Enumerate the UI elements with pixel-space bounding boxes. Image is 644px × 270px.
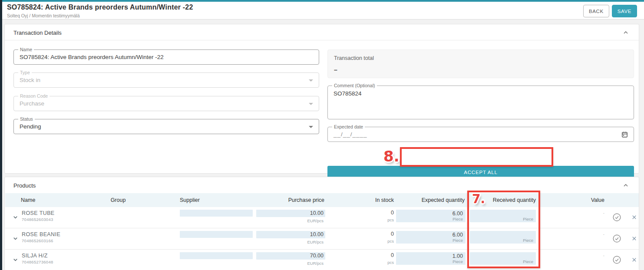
reason-code-label: Reason Code [18,93,50,99]
expected-quantity-unit: Piece [452,259,463,264]
name-field-label: Name [18,47,34,52]
page-subtitle: Solteq Oyj / Momentin testimyymälä [7,13,79,18]
name-field-value: SO785824: Active Brands preorders Autumn… [20,54,164,60]
expand-row-icon[interactable] [12,257,19,263]
remove-row-icon[interactable] [631,214,637,221]
column-header-group: Group [88,197,149,203]
in-stock-value: 0 [350,210,394,216]
annotation-box-accept-all [400,147,553,167]
products-card: Products Name Group Supplier Purchase pr… [4,177,639,270]
chevron-down-icon [309,126,313,128]
remove-row-icon[interactable] [631,235,637,242]
purchase-price-input[interactable]: 10.00 [256,231,325,238]
page: SO785824: Active Brands preorders Autumn… [0,0,644,270]
purchase-price-value: 70.00 [310,253,324,259]
product-code: 7048652736048 [22,260,53,264]
in-stock-unit: pcs [350,260,394,265]
expected-quantity-value: 1.00 [452,253,463,259]
purchase-price-value: 10.00 [310,231,324,237]
chevron-down-icon [309,79,313,82]
save-button[interactable]: SAVE [612,5,637,17]
column-header-expected-quantity: Expected quantity [409,197,465,203]
accept-row-icon[interactable] [612,234,621,243]
chevron-up-icon[interactable] [622,182,629,189]
purchase-price-value: 10.00 [310,210,324,216]
type-select: Type Stock in [13,72,319,88]
header-actions: BACK SAVE [583,5,637,17]
purchase-price-unit: EUR/pcs [256,240,325,244]
in-stock-unit: pcs [350,239,394,244]
expand-row-icon[interactable] [12,235,19,242]
app-header: SO785824: Active Brands preorders Autumn… [2,2,644,20]
reason-code-select: Reason Code Purchase [13,96,319,111]
expected-quantity-value: 6.00 [452,211,463,217]
expected-quantity-value: 6.00 [452,232,463,238]
accept-row-icon[interactable] [612,255,621,264]
calendar-icon[interactable] [621,131,628,138]
table-row: ROSE TUBE 7048652603043 10.00 EUR/pcs 0 … [5,207,639,228]
products-header: Products [5,177,639,193]
in-stock-value: 0 [350,231,394,237]
page-title: SO785824: Active Brands preorders Autumn… [7,3,193,11]
comment-field-label: Comment (Optional) [332,83,377,88]
back-button[interactable]: BACK [583,5,609,17]
row-value: - [583,253,604,258]
accept-row-icon[interactable] [612,213,621,222]
table-row: ROSE BEANIE 7048652603166 10.00 EUR/pcs … [5,228,639,250]
name-field[interactable]: Name SO785824: Active Brands preorders A… [13,49,319,65]
product-name: SILJA H/Z [22,253,48,259]
status-select-value: Pending [20,123,41,130]
purchase-price-input[interactable]: 70.00 [256,252,325,260]
expected-quantity-input[interactable]: 1.00 Piece [396,252,466,265]
purchase-price-unit: EUR/pcs [256,218,325,223]
table-row: SILJA H/Z 7048652736048 70.00 EUR/pcs 0 … [5,250,639,270]
expected-quantity-input[interactable]: 6.00 Piece [396,210,466,222]
supplier-field[interactable] [180,252,253,259]
transaction-total-label: Transaction total [334,55,374,61]
product-code: 7048652603166 [22,238,53,243]
expected-quantity-unit: Piece [452,238,463,243]
status-select[interactable]: Status Pending [13,119,319,134]
type-select-value: Stock in [20,77,40,83]
column-header-purchase-price: Purchase price [257,197,324,203]
transaction-total-box: Transaction total – [327,49,634,78]
expected-date-placeholder: __/__/____ [334,131,367,138]
purchase-price-unit: EUR/pcs [256,261,325,266]
transaction-details-title: Transaction Details [13,30,62,36]
status-select-label: Status [18,116,35,122]
chevron-down-icon [309,103,313,105]
row-value: - [583,211,604,215]
in-stock-value: 0 [350,252,394,258]
expected-date-label: Expected date [332,124,365,129]
top-accent-bar [0,0,644,2]
supplier-field[interactable] [180,210,253,217]
row-value: - [583,232,604,237]
column-header-supplier: Supplier [180,197,200,203]
column-header-in-stock: In stock [350,197,394,203]
column-header-name: Name [21,197,35,203]
remove-row-icon[interactable] [631,257,637,263]
product-code: 7048652603043 [22,217,53,222]
purchase-price-input[interactable]: 10.00 [256,210,325,217]
expected-quantity-unit: Piece [452,217,463,221]
products-table-header: Name Group Supplier Purchase price In st… [5,193,639,207]
product-name: ROSE TUBE [22,210,55,216]
annotation-step-8: 8. [383,148,400,165]
products-title: Products [13,182,36,189]
collapsed-sidebar-edge [0,0,2,270]
chevron-up-icon[interactable] [622,29,629,36]
column-header-value: Value [565,197,604,203]
product-name: ROSE BEANIE [22,231,60,237]
expected-quantity-input[interactable]: 6.00 Piece [396,231,466,244]
reason-code-value: Purchase [20,100,44,107]
expected-date-field[interactable]: Expected date __/__/____ [327,127,634,142]
transaction-details-header: Transaction Details [5,24,639,40]
transaction-total-value: – [334,66,337,73]
type-select-label: Type [18,70,32,75]
comment-field[interactable]: Comment (Optional) SO785824 [327,86,634,119]
expand-row-icon[interactable] [12,214,19,221]
comment-field-value: SO785824 [334,90,362,97]
in-stock-unit: pcs [350,217,394,222]
annotation-step-7: 7. [472,192,485,206]
supplier-field[interactable] [180,231,253,238]
